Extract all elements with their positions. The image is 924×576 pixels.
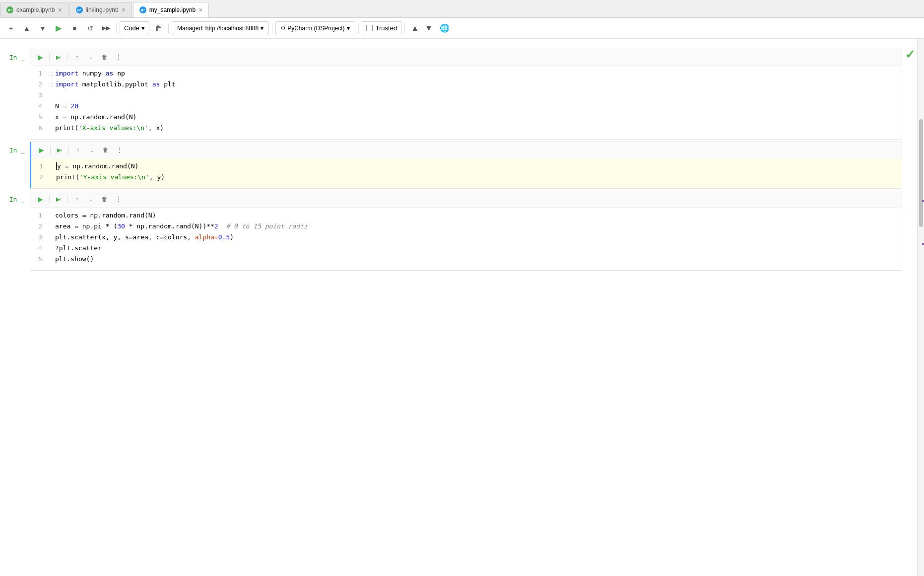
tab-close-my-sample[interactable]: × <box>198 6 202 13</box>
cell-divider-2b <box>68 146 69 154</box>
fold-icon-1: ▢ <box>48 71 53 76</box>
pycharm-icon: ⚙ <box>281 25 285 31</box>
tab-linking[interactable]: IP linking.ipynb × <box>69 2 132 17</box>
code-line-3-5: 5 plt.show() <box>30 255 902 266</box>
pycharm-label: PyCharm (DSProject) <box>287 25 344 32</box>
cell-run-1[interactable]: ▶ <box>34 51 46 63</box>
scrollbar-mark-2 <box>922 243 924 245</box>
cell-type-label: Code <box>124 24 139 32</box>
cell-up-2[interactable]: ↑ <box>72 144 84 156</box>
cell-down-3[interactable]: ↓ <box>85 193 97 205</box>
cell-label-2: In _ <box>0 142 30 154</box>
cell-container-3: In _ ▶ ▶I ↑ ↓ 🗑 ⋮ 1 colors = np.ran <box>0 191 917 271</box>
code-line-1-2: 2 ▢ import matplotlib.pyplot as plt <box>30 80 902 91</box>
cell-container-2: In _ ▶ ▶I ↑ ↓ 🗑 ⋮ 1 y = np.random.r <box>0 142 917 189</box>
toolbar-divider-2 <box>168 23 169 33</box>
cell-type-arrow: ▾ <box>141 24 145 32</box>
tab-icon-example: IP <box>6 6 13 13</box>
move-up-button[interactable]: ▲ <box>20 21 34 35</box>
kernel-arrow: ▾ <box>261 25 264 32</box>
cell-label-3: In _ <box>0 191 30 203</box>
code-line-2-2: 2 print('Y-axis values:\n', y) <box>31 173 902 184</box>
cell-toolbar-2: ▶ ▶I ↑ ↓ 🗑 ⋮ <box>31 142 902 158</box>
cell-up-3[interactable]: ↑ <box>71 193 83 205</box>
tab-icon-linking: IP <box>76 6 83 13</box>
cell-label-1: In _ <box>0 49 30 61</box>
code-line-2-1: 1 y = np.random.rand(N) <box>31 162 902 173</box>
delete-cell-button[interactable]: 🗑 <box>151 21 165 35</box>
pycharm-dropdown[interactable]: ⚙ PyCharm (DSProject) ▾ <box>275 21 355 35</box>
tab-example[interactable]: IP example.ipynb × <box>0 2 68 17</box>
code-line-3-2: 2 area = np.pi * (30 * np.random.rand(N)… <box>30 222 902 233</box>
trusted-area[interactable]: Trusted <box>362 21 402 35</box>
code-line-3-3: 3 plt.scatter(x, y, s=area, c=colors, al… <box>30 233 902 244</box>
code-line-1-4: 4 N = 20 <box>30 102 902 113</box>
cell-divider-1a <box>49 53 50 61</box>
cell-toolbar-3: ▶ ▶I ↑ ↓ 🗑 ⋮ <box>30 191 902 208</box>
tab-label-my-sample: my_sample.ipynb <box>149 6 196 13</box>
cell-run-cursor-3[interactable]: ▶I <box>53 193 65 205</box>
cell-type-dropdown[interactable]: Code ▾ <box>120 21 149 35</box>
tab-label-linking: linking.ipynb <box>86 6 119 13</box>
tab-icon-my-sample: IP <box>139 6 146 13</box>
trusted-checkbox[interactable] <box>366 25 373 31</box>
kernel-dropdown[interactable]: Managed: http://localhost:8888 ▾ <box>172 21 269 35</box>
run-button[interactable]: ▶ <box>52 21 66 35</box>
code-line-3-4: 4 ?plt.scatter <box>30 244 902 255</box>
nav-up-button[interactable]: ▲ <box>408 21 422 35</box>
cell-more-3[interactable]: ⋮ <box>113 193 125 205</box>
move-down-button[interactable]: ▼ <box>36 21 50 35</box>
check-mark: ✓ <box>905 48 915 62</box>
run-all-button[interactable]: ▶▶ <box>99 21 113 35</box>
nav-arrows: ▲ ▼ <box>408 21 436 35</box>
code-line-3-1: 1 colors = np.random.rand(N) <box>30 212 902 222</box>
cell-content-1: 1 ▢ import numpy as np 2 ▢ import matplo… <box>30 66 902 139</box>
trusted-label: Trusted <box>376 24 397 32</box>
internet-button[interactable]: 🌐 <box>438 21 452 35</box>
cell-down-2[interactable]: ↓ <box>86 144 98 156</box>
interrupt-button[interactable]: ■ <box>67 21 81 35</box>
cell-run-2[interactable]: ▶ <box>35 144 47 156</box>
nav-down-button[interactable]: ▼ <box>422 21 436 35</box>
scrollbar-track[interactable] <box>917 39 924 576</box>
content-area: In _ ▶ ▶I ↑ ↓ 🗑 ⋮ 1 ▢ import numpy a <box>0 39 924 576</box>
tab-close-example[interactable]: × <box>58 6 62 13</box>
cell-divider-2a <box>50 146 51 154</box>
cell-down-1[interactable]: ↓ <box>85 51 97 63</box>
cell-delete-2[interactable]: 🗑 <box>100 144 112 156</box>
notebook: In _ ▶ ▶I ↑ ↓ 🗑 ⋮ 1 ▢ import numpy a <box>0 39 917 576</box>
tab-label-example: example.ipynb <box>16 6 55 13</box>
scrollbar-thumb[interactable] <box>919 119 923 226</box>
cell-delete-1[interactable]: 🗑 <box>99 51 111 63</box>
cell-divider-3a <box>49 195 50 203</box>
tab-bar: IP example.ipynb × IP linking.ipynb × IP… <box>0 0 924 18</box>
cell-body-1[interactable]: ▶ ▶I ↑ ↓ 🗑 ⋮ 1 ▢ import numpy as np <box>30 49 902 140</box>
toolbar-divider-5 <box>404 23 405 33</box>
cell-body-2[interactable]: ▶ ▶I ↑ ↓ 🗑 ⋮ 1 y = np.random.rand(N) <box>30 142 902 189</box>
add-cell-button[interactable]: + <box>4 21 18 35</box>
toolbar-divider-1 <box>116 23 117 33</box>
cell-container-1: In _ ▶ ▶I ↑ ↓ 🗑 ⋮ 1 ▢ import numpy a <box>0 49 917 140</box>
scrollbar-mark-1 <box>922 200 924 202</box>
cell-up-1[interactable]: ↑ <box>71 51 83 63</box>
tab-close-linking[interactable]: × <box>122 6 126 13</box>
cell-delete-3[interactable]: 🗑 <box>99 193 111 205</box>
cell-divider-1b <box>67 53 68 61</box>
cell-run-3[interactable]: ▶ <box>34 193 46 205</box>
restart-button[interactable]: ↺ <box>83 21 97 35</box>
cell-toolbar-1: ▶ ▶I ↑ ↓ 🗑 ⋮ <box>30 49 902 66</box>
cell-body-3[interactable]: ▶ ▶I ↑ ↓ 🗑 ⋮ 1 colors = np.random.rand(N… <box>30 191 902 271</box>
kernel-label: Managed: http://localhost:8888 <box>177 25 259 32</box>
toolbar-divider-4 <box>358 23 359 33</box>
code-line-1-5: 5 x = np.random.rand(N) <box>30 113 902 124</box>
tab-my-sample[interactable]: IP my_sample.ipynb × <box>133 2 209 17</box>
cell-more-1[interactable]: ⋮ <box>113 51 125 63</box>
cell-content-2: 1 y = np.random.rand(N) 2 print('Y-axis … <box>31 158 902 188</box>
cell-run-cursor-2[interactable]: ▶I <box>54 144 66 156</box>
cell-run-cursor-1[interactable]: ▶I <box>53 51 65 63</box>
toolbar-divider-3 <box>272 23 272 33</box>
cell-more-2[interactable]: ⋮ <box>114 144 126 156</box>
cell-content-3: 1 colors = np.random.rand(N) 2 area = np… <box>30 208 902 270</box>
code-line-1-6: 6 print('X-axis values:\n', x) <box>30 124 902 135</box>
code-line-1-3: 3 <box>30 91 902 102</box>
